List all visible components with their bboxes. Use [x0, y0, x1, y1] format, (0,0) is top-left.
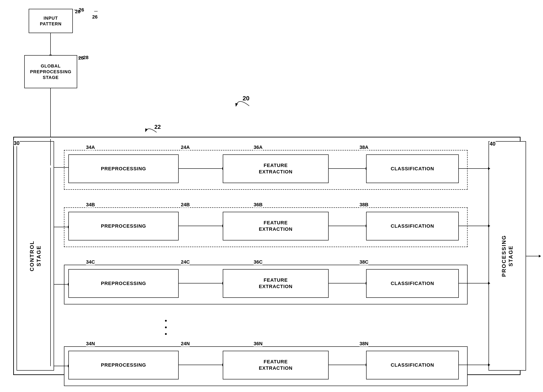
control-stage-label: CONTROLSTAGE	[28, 240, 42, 271]
arrow-preB-featB	[179, 226, 223, 226]
ref-36B: 36B	[254, 202, 262, 208]
feature-extraction-A-label: FEATUREEXTRACTION	[259, 162, 293, 175]
arrow-22	[143, 125, 161, 133]
arrow-preC-featC	[179, 283, 223, 284]
ref-28-label: ─ 28	[78, 55, 88, 60]
feature-extraction-A: FEATUREEXTRACTION	[223, 154, 329, 183]
ref-36N: 36N	[254, 341, 262, 347]
ref-36A: 36A	[254, 144, 262, 150]
preprocessing-A: PREPROCESSING	[68, 154, 179, 183]
preprocessing-N: PREPROCESSING	[68, 351, 179, 379]
arrow-control-to-rowN	[54, 366, 68, 366]
ref-34C: 34C	[86, 259, 95, 265]
ref-24C: 24C	[181, 259, 190, 265]
arrow-20	[232, 95, 254, 108]
global-preprocessing-label: GLOBALPREPROCESSINGSTAGE	[30, 63, 71, 80]
input-pattern-box: INPUTPATTERN	[29, 9, 73, 33]
feature-extraction-C-label: FEATUREEXTRACTION	[259, 277, 293, 290]
arrow-preA-featA	[179, 168, 223, 169]
arrow-global-to-main	[50, 88, 51, 139]
classification-C: CLASSIFICATION	[366, 269, 459, 298]
dot-1	[165, 320, 167, 322]
classification-B-label: CLASSIFICATION	[391, 223, 434, 229]
input-pattern-label: INPUTPATTERN	[40, 15, 62, 27]
arrow-classB-out	[459, 226, 488, 226]
ref-38A: 38A	[360, 144, 368, 150]
arrow-input-to-global	[50, 33, 51, 55]
preprocessing-C: PREPROCESSING	[68, 269, 179, 298]
ref-40: 40	[490, 141, 496, 147]
ref-26-label: ─ 26	[74, 7, 84, 13]
control-stage-box: CONTROLSTAGE	[17, 141, 54, 371]
preprocessing-N-label: PREPROCESSING	[101, 362, 146, 368]
classification-A-label: CLASSIFICATION	[391, 166, 434, 172]
classification-N-label: CLASSIFICATION	[391, 362, 434, 368]
preprocessing-B: PREPROCESSING	[68, 212, 179, 240]
dot-2	[165, 326, 167, 328]
processing-stage-label: PROCESSINGSTAGE	[500, 235, 514, 277]
arrow-out-right	[526, 256, 539, 256]
dot-3	[165, 333, 167, 335]
preprocessing-C-label: PREPROCESSING	[101, 280, 146, 287]
classification-C-label: CLASSIFICATION	[391, 280, 434, 287]
ref-34A: 34A	[86, 144, 95, 150]
feature-extraction-B: FEATUREEXTRACTION	[223, 212, 329, 240]
preprocessing-A-label: PREPROCESSING	[101, 166, 146, 172]
feature-extraction-C: FEATUREEXTRACTION	[223, 269, 329, 298]
arrow-featN-classN	[329, 365, 366, 365]
processing-stage-box: PROCESSINGSTAGE	[488, 141, 526, 371]
preprocessing-B-label: PREPROCESSING	[101, 223, 146, 229]
ref-34N: 34N	[86, 341, 95, 347]
arrow-control-to-rowB	[54, 227, 68, 227]
vert-line-left	[50, 168, 51, 366]
ref-24B: 24B	[181, 202, 190, 208]
arrow-control-to-rowC	[54, 284, 68, 284]
classification-N: CLASSIFICATION	[366, 351, 459, 379]
feature-extraction-B-label: FEATUREEXTRACTION	[259, 220, 293, 232]
ref-24N: 24N	[181, 341, 190, 347]
arrow-featC-classC	[329, 283, 366, 284]
classification-A: CLASSIFICATION	[366, 154, 459, 183]
arrow-classC-out	[459, 283, 488, 284]
arrow-classA-out	[459, 168, 488, 169]
arrow-classN-out	[459, 365, 488, 365]
feature-extraction-N-label: FEATUREEXTRACTION	[259, 359, 293, 371]
arrow-preN-featN	[179, 365, 223, 365]
arrow-featB-classB	[329, 226, 366, 226]
ref-34B: 34B	[86, 202, 95, 208]
arrow-featA-classA	[329, 168, 366, 169]
ref-30: 30	[14, 140, 20, 146]
ref-38N: 38N	[360, 341, 368, 347]
ref-38B: 38B	[360, 202, 368, 208]
ref-38C: 38C	[360, 259, 368, 265]
ref-36C: 36C	[254, 259, 262, 265]
arrow-global-into-control	[50, 139, 51, 165]
global-preprocessing-box: GLOBALPREPROCESSINGSTAGE	[24, 55, 77, 88]
ref-24A: 24A	[181, 144, 190, 150]
classification-B: CLASSIFICATION	[366, 212, 459, 240]
feature-extraction-N: FEATUREEXTRACTION	[223, 351, 329, 379]
